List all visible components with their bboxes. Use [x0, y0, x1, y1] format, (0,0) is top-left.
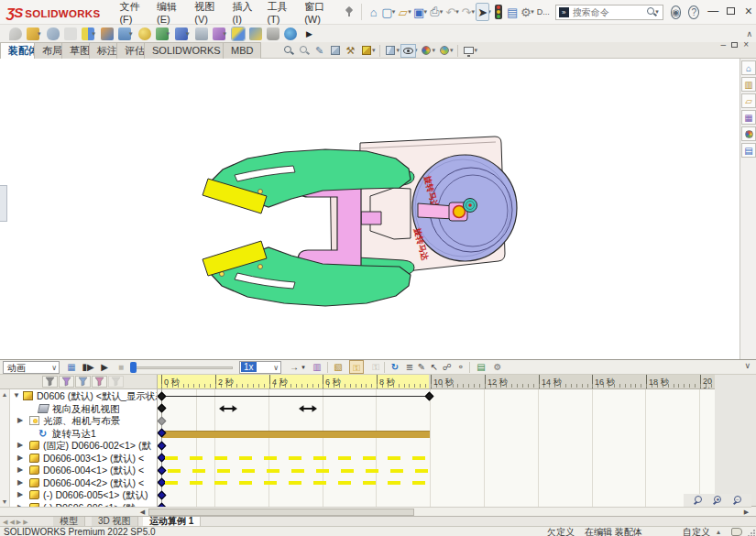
custom-status-dropdown[interactable]: 自定义 — [683, 527, 710, 536]
file-properties-button[interactable]: ▤ — [506, 3, 520, 21]
expander-icon[interactable]: ▶ — [17, 490, 25, 498]
tree-item-part-004-1[interactable]: ▶ D0606-004<1> (默认) < — [10, 465, 158, 476]
options-button[interactable]: ⚙ — [519, 3, 532, 21]
window-close-button[interactable]: × — [741, 4, 756, 20]
tree-item-part-002[interactable]: ▶ (固定) D0606-002<1> (默 — [10, 440, 158, 452]
motion-study-properties-icon[interactable]: ⚙ — [490, 360, 505, 374]
keypoint[interactable] — [158, 441, 166, 450]
tree-item-label[interactable]: D0606-003<1> (默认) < — [43, 453, 144, 465]
previous-view-icon[interactable]: ✎ — [312, 44, 327, 58]
keypoint[interactable] — [424, 391, 433, 400]
chevron-down-icon[interactable]: ▾ — [129, 30, 133, 38]
keypoint[interactable] — [158, 391, 166, 400]
move-component-icon[interactable] — [101, 27, 114, 40]
tree-item-label[interactable]: (-) D0606-005<1> (默认) — [43, 489, 148, 501]
tree-item-label[interactable]: D0606-004<2> (默认) < — [43, 477, 144, 489]
window-minimize-button[interactable]: — — [706, 4, 720, 20]
measure-icon[interactable]: ⚒ — [343, 44, 358, 58]
hscroll-thumb[interactable] — [148, 509, 414, 516]
doc-close-icon[interactable]: × — [743, 39, 749, 49]
timeline-slider-track[interactable] — [130, 366, 233, 369]
collapsed-panel-tab[interactable] — [0, 185, 7, 222]
filter-selected-icon[interactable] — [92, 376, 107, 388]
select-tool-button[interactable]: ➤ — [476, 3, 489, 21]
filter-none-icon[interactable] — [42, 376, 58, 388]
motor-duration-bar[interactable] — [161, 431, 430, 438]
save-animation-icon[interactable]: ▥ — [310, 360, 324, 374]
expander-icon[interactable]: ▶ — [17, 416, 25, 424]
results-plots-icon[interactable]: ▤ — [474, 360, 488, 374]
take-snapshot-icon[interactable] — [267, 27, 279, 40]
command-search[interactable]: » ▾ — [555, 5, 663, 20]
zoom-to-area-icon[interactable] — [296, 44, 312, 58]
menu-file[interactable]: 文件(F) — [113, 0, 150, 28]
appearance-cube-icon[interactable] — [358, 44, 374, 58]
timeline-zoom-in-icon[interactable]: ● — [712, 495, 723, 506]
keypoint[interactable] — [158, 404, 166, 413]
scroll-up-icon[interactable]: ▲ — [0, 391, 9, 398]
keypoint[interactable] — [158, 416, 166, 425]
tree-item-lights-cameras[interactable]: ▶ 光源、相机与布景 — [10, 415, 158, 427]
animation-wizard-icon[interactable]: ▧ — [331, 360, 345, 374]
filter-results-icon[interactable] — [108, 376, 124, 388]
new-document-button[interactable]: ▢ — [380, 3, 394, 21]
stop-icon[interactable]: ■ — [114, 360, 128, 374]
search-input[interactable] — [573, 7, 646, 17]
more-commands-icon[interactable]: ▶ — [306, 29, 312, 38]
view-key-marker[interactable] — [219, 404, 237, 413]
open-button[interactable]: ▱ — [396, 3, 410, 21]
filter-animated-icon[interactable] — [59, 376, 74, 388]
timeline-zoom-out-icon[interactable]: − — [732, 495, 743, 506]
gravity-icon[interactable]: ☍ — [440, 360, 455, 374]
tree-item-label[interactable]: D0606-004<1> (默认) < — [43, 465, 144, 476]
study-type-select[interactable]: 动画 ∨ — [3, 361, 60, 374]
mate-icon[interactable] — [47, 27, 60, 40]
chevron-down-icon[interactable]: ▾ — [167, 30, 170, 38]
redo-button[interactable]: ↷ — [460, 3, 474, 21]
preview-icon[interactable] — [64, 27, 77, 40]
large-assembly-mode-icon[interactable] — [284, 27, 297, 40]
tree-item-orientation-views[interactable]: 视向及相机视图 — [10, 403, 158, 415]
chevron-down-icon[interactable]: ▾ — [186, 30, 190, 38]
home-tab-icon[interactable]: ⌂ — [741, 60, 756, 75]
keypoint[interactable] — [158, 490, 166, 499]
doc-restore-icon[interactable] — [731, 39, 738, 49]
chevron-down-icon[interactable]: ▴ — [717, 527, 720, 536]
pin-menu-icon[interactable] — [344, 6, 352, 17]
tag-icon[interactable] — [731, 528, 742, 536]
expander-icon[interactable]: ▶ — [17, 478, 25, 487]
chevron-down-icon[interactable]: ▾ — [38, 30, 41, 38]
timeline-canvas[interactable] — [158, 389, 715, 507]
expander-icon[interactable]: ▶ — [17, 441, 25, 449]
calculate-icon[interactable]: ▦ — [64, 360, 79, 374]
search-icon[interactable] — [646, 6, 657, 17]
smart-fasteners-icon[interactable] — [138, 27, 151, 40]
comment-icon[interactable] — [9, 27, 22, 40]
menu-view[interactable]: 视图(V) — [188, 0, 225, 28]
play-from-start-icon[interactable]: ▮▶ — [81, 360, 95, 374]
tree-item-rotary-motor[interactable]: ↻ 旋转马达1 — [10, 428, 158, 440]
file-explorer-icon[interactable]: ▱ — [741, 93, 756, 108]
tree-item-part-005[interactable]: ▶ (-) D0606-005<1> (默认) — [10, 489, 158, 501]
autokey-icon[interactable]: ⚿ — [349, 360, 364, 374]
tree-item-label[interactable]: 旋转马达1 — [52, 428, 96, 440]
filter-driving-icon[interactable] — [75, 376, 91, 388]
add-key-icon[interactable]: ⚿ — [368, 360, 383, 374]
expander-icon[interactable]: ▼ — [13, 391, 20, 399]
chevron-down-icon[interactable]: ▾ — [224, 30, 227, 38]
home-button[interactable]: ⌂ — [367, 3, 380, 21]
expander-icon[interactable]: ▶ — [17, 454, 25, 462]
timeline-slider-thumb[interactable] — [130, 362, 137, 373]
tree-item-part-003[interactable]: ▶ D0606-003<1> (默认) < — [10, 453, 158, 465]
user-account-icon[interactable]: ◉ — [671, 5, 682, 19]
timeline-zoom-fit-icon[interactable] — [693, 495, 704, 506]
tree-item-label[interactable]: D0606 (默认) <默认_显示状态 — [37, 390, 158, 402]
results-icon[interactable]: ⚬ — [454, 360, 468, 374]
custom-properties-icon[interactable]: ▤ — [741, 143, 756, 158]
zoom-to-fit-icon[interactable] — [280, 44, 296, 58]
tree-item-assembly-root[interactable]: ▼ D0606 (默认) <默认_显示状态 — [10, 390, 158, 402]
chevron-down-icon[interactable]: ▾ — [93, 30, 96, 38]
belt-chain-icon[interactable] — [232, 27, 245, 40]
tree-item-label[interactable]: 视向及相机视图 — [52, 403, 120, 415]
tab-mbd[interactable]: MBD — [223, 42, 261, 59]
